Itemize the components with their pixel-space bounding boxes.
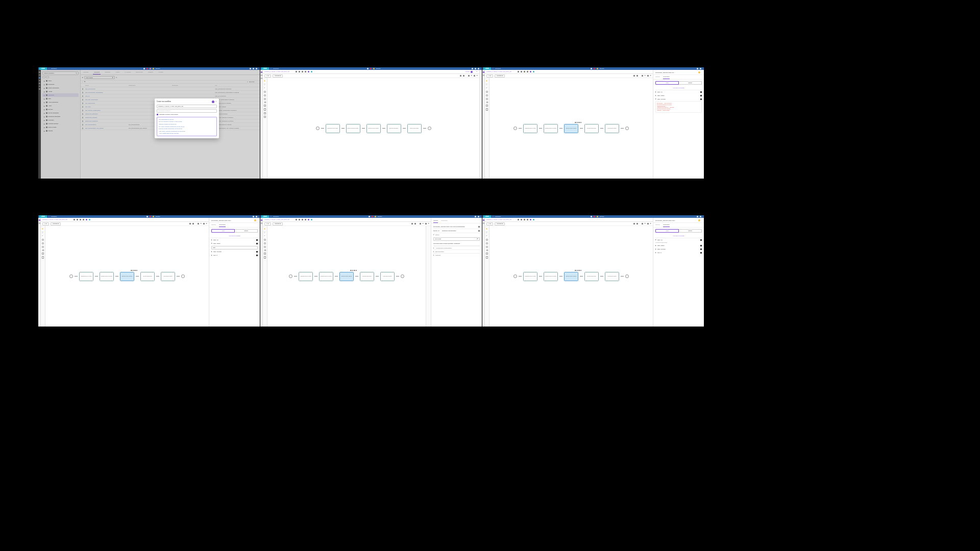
breadcrumb-home-icon[interactable]: ⌂: [48, 216, 50, 217]
redo-icon[interactable]: [192, 223, 194, 224]
context-action-icon[interactable]: [575, 270, 576, 271]
distribute-icon[interactable]: [203, 223, 205, 224]
avatar-icon[interactable]: [373, 68, 375, 69]
gateway-shape[interactable]: [264, 249, 266, 251]
param-atom_url[interactable]: ▾atom_url: [655, 238, 702, 242]
console-toggle[interactable]: CONSOLE: [273, 222, 283, 226]
gear-icon[interactable]: [475, 216, 476, 217]
tab-parameters[interactable]: Parameters: [663, 75, 670, 79]
task-node[interactable]: Onboard device in atom: [79, 272, 93, 281]
async-section[interactable]: ▸Asynchronous Continuations: [433, 246, 480, 249]
tenants-dropdown[interactable]: Tenants: [378, 216, 382, 217]
cloud-icon[interactable]: [74, 219, 75, 220]
subprocess-shape[interactable]: [486, 108, 488, 111]
download-icon[interactable]: [299, 219, 300, 220]
play-icon[interactable]: [302, 71, 303, 72]
add-parameter-link[interactable]: Add Input Parameter: [211, 234, 258, 238]
task-node[interactable]: Retrieve device configs: [120, 272, 134, 281]
task-node[interactable]: Execute commands: [360, 272, 374, 281]
rail-icon-2[interactable]: [39, 222, 40, 224]
context-action-icon[interactable]: [133, 270, 134, 271]
tenants-dropdown[interactable]: Tenants: [156, 216, 160, 217]
task-node[interactable]: Retrieve device configs: [339, 272, 354, 281]
context-action-icon[interactable]: [580, 122, 582, 123]
avatar-icon[interactable]: [597, 68, 598, 69]
context-action-icon[interactable]: [134, 270, 136, 271]
end-event-shape[interactable]: [486, 98, 488, 100]
expand-icon[interactable]: [700, 68, 701, 69]
bpmn-canvas[interactable]: Onboard device in atomRetrieve device in…: [267, 226, 426, 327]
redo-icon[interactable]: [414, 223, 416, 224]
lasso-tool-icon[interactable]: ⬚: [486, 84, 488, 86]
task-node[interactable]: Execute commands: [140, 272, 155, 281]
param-atom_action[interactable]: ▸atom_action: [655, 244, 702, 247]
tab-general[interactable]: General: [655, 75, 660, 79]
list-icon[interactable]: [305, 219, 306, 220]
script-editor[interactable]: def declared = <script vars goes>executi…: [655, 101, 702, 113]
tenants-dropdown[interactable]: Tenants: [156, 68, 160, 69]
gateway-shape[interactable]: [42, 249, 44, 251]
list-icon[interactable]: [83, 219, 84, 220]
console-toggle[interactable]: CONSOLE: [495, 74, 505, 78]
undo-icon[interactable]: [189, 223, 191, 224]
undo-icon[interactable]: [460, 75, 461, 77]
workflow-desc-input[interactable]: Description (optional)...: [157, 109, 217, 113]
edit-icon[interactable]: [256, 251, 258, 253]
distribute-icon[interactable]: [474, 75, 475, 77]
xml-toggle[interactable]: XML: [264, 74, 271, 78]
context-action-icon[interactable]: [136, 270, 138, 271]
space-tool-icon[interactable]: ⤢: [486, 87, 488, 89]
panel-expand-icon[interactable]: ›: [701, 72, 702, 73]
start-event-shape[interactable]: [486, 91, 488, 93]
edit-icon[interactable]: [256, 243, 258, 244]
end-event[interactable]: [625, 274, 629, 278]
task-shape[interactable]: [264, 253, 266, 255]
edit-icon[interactable]: [700, 98, 702, 100]
search-icon[interactable]: [143, 68, 145, 69]
xml-toggle[interactable]: XML: [264, 222, 271, 226]
bpmn-canvas[interactable]: Onboard device in atomRetrieve device in…: [267, 78, 479, 179]
task-node[interactable]: Retrieve device inventory: [544, 272, 558, 281]
modal-overlay[interactable]: [38, 70, 260, 179]
gear-icon[interactable]: [253, 216, 254, 217]
play-icon[interactable]: [524, 219, 525, 220]
breadcrumb-workflows[interactable]: Workflows: [51, 68, 57, 69]
console-toggle[interactable]: CONSOLE: [495, 222, 505, 226]
align-icon[interactable]: [642, 75, 643, 77]
breadcrumb-workflows[interactable]: Workflows: [51, 216, 57, 217]
gateway-shape[interactable]: [486, 249, 488, 251]
hand-tool-icon[interactable]: ✋: [486, 80, 488, 82]
lasso-tool-icon[interactable]: ⬚: [42, 232, 44, 234]
task-shape[interactable]: [486, 253, 488, 255]
bell-icon[interactable]: [146, 68, 148, 69]
param-value-input[interactable]: GET: [211, 246, 258, 249]
seg-output[interactable]: Output: [235, 229, 258, 233]
param-Run-As[interactable]: ▸Run As: [655, 251, 702, 255]
tab-general[interactable]: General: [211, 223, 216, 227]
avatar-icon[interactable]: [597, 216, 598, 217]
subprocess-shape[interactable]: [486, 256, 488, 259]
rail-icon-2[interactable]: [483, 222, 484, 224]
copilot-option[interactable]: Avoid nested loops on the workflow.: [158, 133, 215, 135]
lasso-tool-icon[interactable]: ⬚: [264, 232, 266, 234]
class-select[interactable]: Java Class× ▾: [433, 237, 480, 241]
search-icon[interactable]: [591, 216, 592, 217]
lasso-tool-icon[interactable]: ⬚: [264, 84, 266, 86]
end-event-shape[interactable]: [264, 98, 266, 100]
gear-icon[interactable]: [697, 216, 698, 217]
end-event[interactable]: [181, 274, 185, 278]
upload-icon[interactable]: [250, 68, 251, 69]
rail-icon-3[interactable]: [261, 78, 262, 79]
end-event-shape[interactable]: [264, 246, 266, 248]
task-node[interactable]: Fetch device status: [407, 124, 422, 133]
start-event[interactable]: [513, 127, 517, 130]
bell-icon[interactable]: [594, 68, 595, 69]
context-action-icon[interactable]: [580, 270, 582, 271]
avatar-icon[interactable]: [153, 68, 154, 69]
context-action-icon[interactable]: [578, 122, 580, 123]
search-icon[interactable]: [367, 68, 369, 69]
search-icon[interactable]: [146, 216, 148, 217]
task-node[interactable]: Retrieve device configs: [564, 124, 578, 133]
console-toggle[interactable]: CONSOLE: [273, 74, 283, 78]
xml-toggle[interactable]: XML: [486, 222, 493, 226]
